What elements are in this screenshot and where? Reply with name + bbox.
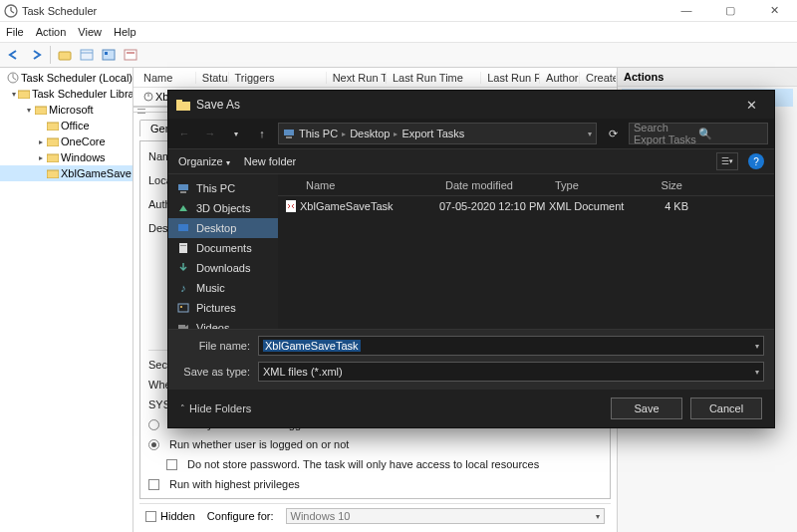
new-folder-button[interactable]: New folder xyxy=(244,155,297,167)
svg-rect-15 xyxy=(47,123,59,131)
cancel-button[interactable]: Cancel xyxy=(690,398,762,419)
window-title: Task Scheduler xyxy=(22,5,671,17)
pc-icon xyxy=(283,129,295,138)
svg-rect-17 xyxy=(47,154,59,162)
crumb-exporttasks[interactable]: Export Tasks xyxy=(401,128,464,139)
savetype-dropdown[interactable]: XML files (*.xml)▾ xyxy=(258,362,764,382)
side-3dobjects[interactable]: 3D Objects xyxy=(168,198,278,218)
dcol-size[interactable]: Size xyxy=(639,179,688,191)
minimize-button[interactable]: — xyxy=(671,4,701,17)
toolbar-icon-2[interactable] xyxy=(77,45,97,65)
filename-input[interactable]: XblGameSaveTask▾ xyxy=(258,336,764,356)
back-button[interactable] xyxy=(4,45,24,65)
nav-forward-button[interactable]: → xyxy=(200,128,220,139)
tree-onecore[interactable]: ▸OneCore xyxy=(0,133,133,149)
organize-button[interactable]: Organize ▾ xyxy=(178,155,230,167)
crumb-thispc[interactable]: This PC xyxy=(299,128,338,139)
tree-windows[interactable]: ▸Windows xyxy=(0,149,133,165)
dialog-close-button[interactable]: ✕ xyxy=(736,98,766,113)
actions-header: Actions xyxy=(618,68,797,87)
col-name[interactable]: Name xyxy=(137,72,196,84)
tree-root[interactable]: Task Scheduler (Local) xyxy=(0,70,133,86)
col-author[interactable]: Author xyxy=(540,72,580,84)
maximize-button[interactable]: ▢ xyxy=(715,4,745,17)
hide-folders-button[interactable]: ˄Hide Folders xyxy=(180,402,251,414)
col-last-result[interactable]: Last Run Result xyxy=(481,72,540,84)
search-box[interactable]: Search Export Tasks🔍 xyxy=(629,123,768,144)
dcol-name[interactable]: Name xyxy=(300,179,439,191)
xml-file-icon xyxy=(284,199,298,213)
svg-line-12 xyxy=(13,78,16,80)
check-hidden[interactable]: Hidden xyxy=(145,510,195,522)
nav-back-button[interactable]: ← xyxy=(174,128,194,139)
breadcrumb[interactable]: This PC▸ Desktop▸ Export Tasks ▾ xyxy=(278,123,597,144)
menubar: File Action View Help xyxy=(0,22,797,42)
forward-button[interactable] xyxy=(26,45,46,65)
svg-rect-25 xyxy=(178,184,188,190)
check-no-store[interactable]: Do not store password. The task will onl… xyxy=(148,456,602,472)
menu-help[interactable]: Help xyxy=(114,26,136,38)
task-list-header: Name Status Triggers Next Run Time Last … xyxy=(133,68,617,88)
side-videos[interactable]: Videos xyxy=(168,318,278,329)
col-status[interactable]: Status xyxy=(196,72,229,84)
svg-point-31 xyxy=(180,306,182,308)
label-filename: File name: xyxy=(178,340,250,352)
check-highest[interactable]: Run with highest privileges xyxy=(148,476,602,492)
chevron-up-icon: ˄ xyxy=(180,403,185,413)
svg-rect-16 xyxy=(47,138,59,146)
file-row[interactable]: XblGameSaveTask 07-05-2020 12:10 PM XML … xyxy=(278,196,774,216)
dialog-sidebar: This PC 3D Objects Desktop Documents Dow… xyxy=(168,174,278,329)
svg-rect-18 xyxy=(47,170,59,178)
svg-rect-37 xyxy=(286,200,296,212)
toolbar-icon-4[interactable] xyxy=(121,45,140,65)
menu-action[interactable]: Action xyxy=(36,26,67,38)
task-icon xyxy=(143,92,153,102)
col-triggers[interactable]: Triggers xyxy=(229,72,327,84)
tree-library[interactable]: ▾Task Scheduler Library xyxy=(0,86,133,102)
window-titlebar: Task Scheduler — ▢ ✕ xyxy=(0,0,797,22)
col-next-run[interactable]: Next Run Time xyxy=(327,72,387,84)
side-pictures[interactable]: Pictures xyxy=(168,298,278,318)
col-created[interactable]: Created xyxy=(580,72,617,84)
side-music[interactable]: ♪Music xyxy=(168,278,278,298)
tree-xblgamesave[interactable]: XblGameSave xyxy=(0,165,133,181)
crumb-desktop[interactable]: Desktop xyxy=(350,128,390,139)
svg-rect-26 xyxy=(180,191,186,193)
side-downloads[interactable]: Downloads xyxy=(168,258,278,278)
tree-microsoft[interactable]: ▾Microsoft xyxy=(0,102,133,118)
dcol-date[interactable]: Date modified xyxy=(439,179,549,191)
label-configure-for: Configure for: xyxy=(207,510,274,522)
tree-pane: Task Scheduler (Local) ▾Task Scheduler L… xyxy=(0,68,133,532)
task-scheduler-icon xyxy=(4,4,18,18)
menu-file[interactable]: File xyxy=(6,26,24,38)
radio-run-whether[interactable]: Run whether user is logged on or not xyxy=(148,436,602,452)
nav-recent-button[interactable]: ▾ xyxy=(226,130,246,138)
help-button[interactable]: ? xyxy=(748,153,764,169)
dcol-type[interactable]: Type xyxy=(549,179,639,191)
svg-rect-22 xyxy=(176,100,182,104)
menu-view[interactable]: View xyxy=(78,26,102,38)
svg-rect-30 xyxy=(178,304,188,312)
search-icon: 🔍 xyxy=(698,128,763,140)
svg-rect-9 xyxy=(127,52,134,54)
tree-office[interactable]: Office xyxy=(0,118,133,133)
svg-rect-23 xyxy=(284,130,294,135)
folder-icon xyxy=(176,98,190,112)
side-documents[interactable]: Documents xyxy=(168,238,278,258)
toolbar-icon-3[interactable] xyxy=(99,45,119,65)
filelist-header: Name Date modified Type Size xyxy=(278,174,774,196)
save-button[interactable]: Save xyxy=(611,398,682,419)
svg-rect-13 xyxy=(18,91,30,99)
refresh-button[interactable]: ⟳ xyxy=(603,128,623,140)
configure-for-dropdown[interactable]: Windows 10▾ xyxy=(286,508,605,524)
side-desktop[interactable]: Desktop xyxy=(168,218,278,238)
svg-rect-27 xyxy=(178,224,188,231)
nav-up-button[interactable]: ↑ xyxy=(252,128,272,139)
side-thispc[interactable]: This PC xyxy=(168,178,278,198)
view-mode-button[interactable]: ☰ ▾ xyxy=(716,152,738,170)
toolbar xyxy=(0,42,797,68)
svg-rect-24 xyxy=(286,136,292,138)
close-button[interactable]: ✕ xyxy=(759,4,789,17)
toolbar-icon-1[interactable] xyxy=(55,45,75,65)
col-last-run[interactable]: Last Run Time xyxy=(387,72,481,84)
